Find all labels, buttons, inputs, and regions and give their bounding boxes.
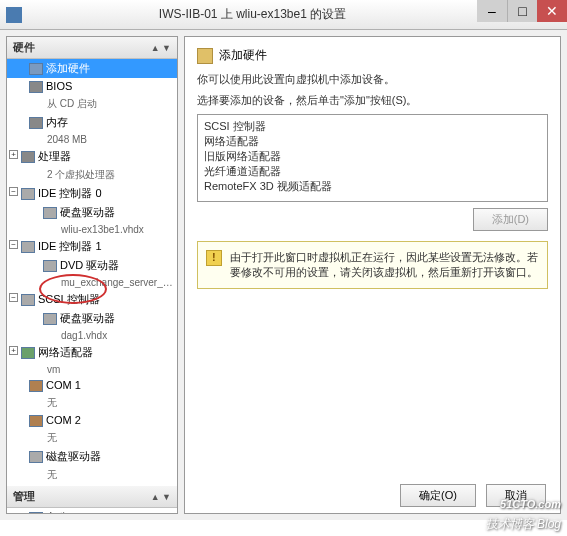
network-icon: [21, 347, 35, 359]
hardware-label: 硬件: [13, 40, 35, 55]
add-hardware-icon: [29, 63, 43, 75]
com-icon: [29, 380, 43, 392]
disk-icon: [43, 207, 57, 219]
list-item[interactable]: 光纤通道适配器: [204, 164, 541, 179]
cancel-button[interactable]: 取消: [486, 484, 546, 507]
close-button[interactable]: ✕: [537, 0, 567, 22]
chevron-icon: ▲ ▼: [151, 492, 171, 502]
management-label: 管理: [13, 489, 35, 504]
hardware-listbox[interactable]: SCSI 控制器 网络适配器 旧版网络适配器 光纤通道适配器 RemoteFX …: [197, 114, 548, 202]
maximize-button[interactable]: □: [507, 0, 537, 22]
app-icon: [6, 7, 22, 23]
tree-scsi-disk[interactable]: 硬盘驱动器: [7, 309, 177, 328]
tree-memory[interactable]: 内存: [7, 113, 177, 132]
tree-name[interactable]: 名称: [7, 508, 177, 513]
list-item[interactable]: 网络适配器: [204, 134, 541, 149]
list-item[interactable]: SCSI 控制器: [204, 119, 541, 134]
tree-net[interactable]: +网络适配器: [7, 343, 177, 362]
tree-com2-sub: 无: [7, 429, 177, 447]
titlebar: IWS-IIB-01 上 wliu-ex13be1 的设置 – □ ✕: [0, 0, 567, 30]
tree-memory-sub: 2048 MB: [7, 132, 177, 147]
cpu-icon: [21, 151, 35, 163]
tree-ide0-disk-sub: wliu-ex13be1.vhdx: [7, 222, 177, 237]
tree-com2[interactable]: COM 2: [7, 412, 177, 429]
memory-icon: [29, 117, 43, 129]
window-title: IWS-IIB-01 上 wliu-ex13be1 的设置: [28, 6, 477, 23]
tree-scsi-disk-sub: dag1.vhdx: [7, 328, 177, 343]
panel-desc-2: 选择要添加的设备，然后单击"添加"按钮(S)。: [197, 93, 548, 108]
expand-icon[interactable]: +: [9, 150, 18, 159]
tree-net-sub: vm: [7, 362, 177, 377]
dialog-footer: 确定(O) 取消: [400, 484, 546, 507]
tree-ide1[interactable]: −IDE 控制器 1: [7, 237, 177, 256]
controller-icon: [21, 294, 35, 306]
panel-title-row: 添加硬件: [197, 47, 548, 64]
warning-text: 由于打开此窗口时虚拟机正在运行，因此某些设置无法修改。若要修改不可用的设置，请关…: [230, 250, 539, 280]
management-section-header[interactable]: 管理 ▲ ▼: [7, 486, 177, 508]
tree-cpu[interactable]: +处理器: [7, 147, 177, 166]
window-controls: – □ ✕: [477, 0, 567, 29]
collapse-icon[interactable]: −: [9, 293, 18, 302]
panel-title: 添加硬件: [219, 47, 267, 64]
dialog-body: 硬件 ▲ ▼ 添加硬件 BIOS 从 CD 启动 内存 2048 MB +处理器…: [0, 30, 567, 520]
disk-icon: [43, 313, 57, 325]
expand-icon[interactable]: +: [9, 346, 18, 355]
tree-floppy-sub: 无: [7, 466, 177, 484]
controller-icon: [21, 188, 35, 200]
warning-icon: [206, 250, 222, 266]
floppy-icon: [29, 451, 43, 463]
tree-floppy[interactable]: 磁盘驱动器: [7, 447, 177, 466]
ok-button[interactable]: 确定(O): [400, 484, 476, 507]
dvd-icon: [43, 260, 57, 272]
tree-scsi[interactable]: −SCSI 控制器: [7, 290, 177, 309]
tree-com1[interactable]: COM 1: [7, 377, 177, 394]
tree-ide1-dvd[interactable]: DVD 驱动器: [7, 256, 177, 275]
tree-bios-sub: 从 CD 启动: [7, 95, 177, 113]
tree-com1-sub: 无: [7, 394, 177, 412]
tree-cpu-sub: 2 个虚拟处理器: [7, 166, 177, 184]
settings-tree[interactable]: 添加硬件 BIOS 从 CD 启动 内存 2048 MB +处理器 2 个虚拟处…: [7, 59, 177, 513]
chevron-icon: ▲ ▼: [151, 43, 171, 53]
hardware-section-header[interactable]: 硬件 ▲ ▼: [7, 37, 177, 59]
collapse-icon[interactable]: −: [9, 240, 18, 249]
add-button[interactable]: 添加(D): [473, 208, 548, 231]
add-row: 添加(D): [197, 208, 548, 231]
tree-ide0-disk[interactable]: 硬盘驱动器: [7, 203, 177, 222]
bios-icon: [29, 81, 43, 93]
list-item[interactable]: 旧版网络适配器: [204, 149, 541, 164]
minimize-button[interactable]: –: [477, 0, 507, 22]
warning-box: 由于打开此窗口时虚拟机正在运行，因此某些设置无法修改。若要修改不可用的设置，请关…: [197, 241, 548, 289]
controller-icon: [21, 241, 35, 253]
tree-ide1-dvd-sub: mu_exchange_server_201...: [7, 275, 177, 290]
collapse-icon[interactable]: −: [9, 187, 18, 196]
panel-desc-1: 你可以使用此设置向虚拟机中添加设备。: [197, 72, 548, 87]
name-icon: [29, 512, 43, 513]
tree-ide0[interactable]: −IDE 控制器 0: [7, 184, 177, 203]
tree-add-hardware[interactable]: 添加硬件: [7, 59, 177, 78]
tree-bios[interactable]: BIOS: [7, 78, 177, 95]
list-item[interactable]: RemoteFX 3D 视频适配器: [204, 179, 541, 194]
left-panel: 硬件 ▲ ▼ 添加硬件 BIOS 从 CD 启动 内存 2048 MB +处理器…: [6, 36, 178, 514]
right-panel: 添加硬件 你可以使用此设置向虚拟机中添加设备。 选择要添加的设备，然后单击"添加…: [184, 36, 561, 514]
com-icon: [29, 415, 43, 427]
add-hardware-icon: [197, 48, 213, 64]
